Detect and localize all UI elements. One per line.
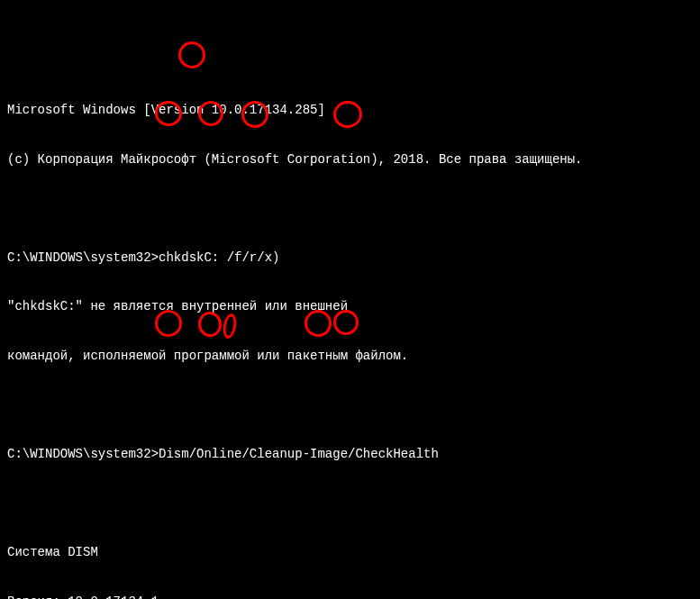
terminal-line: (c) Корпорация Майкрософт (Microsoft Cor… [7, 151, 693, 168]
terminal-line: C:\WINDOWS\system32>Dism/Online/Cleanup-… [7, 446, 693, 462]
terminal-line: Cистема DISM [7, 544, 693, 560]
terminal-line: Версия: 10.0.17134.1 [7, 594, 693, 599]
terminal-line: командой, исполняемой программой или пак… [7, 348, 693, 364]
terminal-line [7, 397, 693, 413]
cmd-terminal[interactable]: Microsoft Windows [Version 10.0.17134.28… [7, 69, 693, 599]
terminal-line [7, 495, 693, 512]
terminal-line: Microsoft Windows [Version 10.0.17134.28… [7, 102, 693, 118]
terminal-line: "chkdskC:" не является внутренней или вн… [7, 298, 693, 314]
terminal-line: C:\WINDOWS\system32>chkdskC: /f/r/x) [7, 250, 693, 266]
annotation-circle [177, 40, 208, 71]
terminal-line [7, 200, 693, 216]
